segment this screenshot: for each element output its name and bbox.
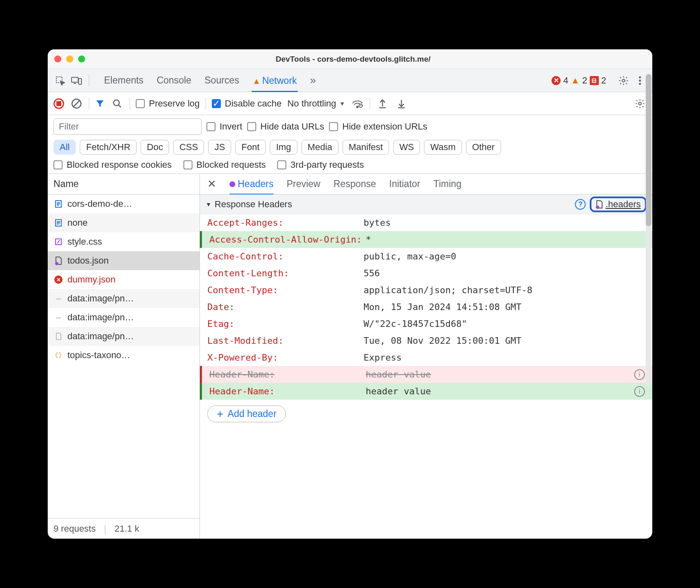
close-window[interactable]: [54, 56, 61, 63]
disable-cache-checkbox[interactable]: ✓Disable cache: [212, 98, 282, 109]
header-row[interactable]: Content-Length:556: [200, 265, 652, 282]
request-row[interactable]: topics-taxono…: [48, 346, 199, 365]
detail-tabs: ✕ Headers Preview Response Initiator Tim…: [200, 174, 652, 194]
scrollbar-thumb[interactable]: [646, 74, 651, 226]
response-headers-label: Response Headers: [215, 199, 292, 210]
header-row[interactable]: Content-Type:application/json; charset=U…: [200, 282, 652, 299]
kebab-menu-icon[interactable]: [633, 74, 647, 87]
request-row[interactable]: none: [48, 213, 199, 232]
window-titlebar: DevTools - cors-demo-devtools.glitch.me/: [48, 49, 652, 69]
request-row[interactable]: – data:image/pn…: [48, 289, 199, 308]
info-icon[interactable]: i: [634, 386, 645, 397]
request-row[interactable]: cors-demo-de…: [48, 194, 199, 213]
header-value: Express: [364, 352, 652, 363]
main-tabbar: Elements Console Sources ▲Network » ✕4 ▲…: [48, 69, 652, 92]
inspect-icon[interactable]: [53, 74, 67, 87]
throttling-dropdown[interactable]: No throttling ▼: [287, 98, 345, 109]
header-key: Accept-Ranges:: [207, 218, 364, 228]
header-row[interactable]: X-Powered-By:Express: [200, 349, 652, 366]
chip-manifest[interactable]: Manifest: [343, 140, 389, 155]
tab-response[interactable]: Response: [334, 178, 376, 190]
add-header-button[interactable]: +Add header: [207, 405, 286, 422]
issue-badges[interactable]: ✕4 ▲2 ⊟2: [552, 75, 606, 86]
header-row[interactable]: Cache-Control:public, max-age=0: [200, 248, 652, 265]
blocked-requests-checkbox[interactable]: Blocked requests: [183, 160, 266, 170]
chip-css[interactable]: CSS: [173, 140, 204, 155]
chip-ws[interactable]: WS: [393, 140, 420, 155]
tab-preview[interactable]: Preview: [287, 178, 320, 190]
blocked-cookies-checkbox[interactable]: Blocked response cookies: [53, 160, 172, 170]
import-har-icon[interactable]: [376, 97, 389, 110]
record-button[interactable]: [53, 98, 64, 109]
header-row[interactable]: Etag:W/"22c-18457c15d68": [200, 315, 652, 332]
detail-panel: ✕ Headers Preview Response Initiator Tim…: [200, 174, 652, 539]
preserve-log-checkbox[interactable]: Preserve log: [136, 98, 200, 109]
divider: [89, 97, 89, 110]
tab-timing[interactable]: Timing: [433, 178, 461, 190]
chip-other[interactable]: Other: [466, 140, 501, 155]
request-row[interactable]: – data:image/pn…: [48, 308, 199, 327]
header-row-override[interactable]: Access-Control-Allow-Origin:*: [200, 231, 652, 248]
filter-input[interactable]: [53, 118, 202, 135]
tab-initiator[interactable]: Initiator: [389, 178, 420, 190]
minimize-window[interactable]: [66, 56, 73, 63]
chip-img[interactable]: Img: [270, 140, 297, 155]
header-value: 556: [364, 268, 652, 278]
issue-badge-icon: ⊟: [590, 76, 599, 85]
chip-all[interactable]: All: [53, 140, 76, 155]
zoom-window[interactable]: [78, 56, 85, 63]
request-row[interactable]: ✕ dummy.json: [48, 270, 199, 289]
chip-js[interactable]: JS: [208, 140, 231, 155]
help-icon[interactable]: ?: [575, 199, 586, 210]
hide-extension-urls-checkbox[interactable]: Hide extension URLs: [329, 121, 427, 132]
hide-data-urls-checkbox[interactable]: Hide data URLs: [247, 121, 324, 132]
response-headers-section[interactable]: ▼ Response Headers ? .headers: [200, 194, 652, 214]
settings-icon[interactable]: [617, 74, 630, 87]
header-key: Etag:: [207, 319, 364, 329]
info-icon[interactable]: i: [634, 369, 645, 380]
svg-point-11: [639, 102, 642, 105]
request-row-selected[interactable]: todos.json: [48, 251, 199, 270]
chip-fetch-xhr[interactable]: Fetch/XHR: [80, 140, 137, 155]
headers-override-link[interactable]: .headers: [590, 197, 647, 212]
stylesheet-icon: [53, 237, 63, 247]
export-har-icon[interactable]: [395, 97, 408, 110]
more-tabs-icon[interactable]: »: [309, 73, 317, 88]
clear-icon[interactable]: [70, 97, 83, 110]
invert-checkbox[interactable]: Invert: [206, 121, 242, 132]
header-row[interactable]: Last-Modified:Tue, 08 Nov 2022 15:00:01 …: [200, 332, 652, 349]
chip-doc[interactable]: Doc: [141, 140, 169, 155]
filter-icon[interactable]: [95, 99, 105, 109]
header-key: X-Powered-By:: [207, 352, 364, 363]
network-conditions-icon[interactable]: [351, 97, 364, 110]
request-row[interactable]: style.css: [48, 232, 199, 251]
chip-font[interactable]: Font: [235, 140, 266, 155]
network-main: Name cors-demo-de… none style.css todos.…: [48, 174, 652, 539]
device-toggle-icon[interactable]: [70, 74, 83, 87]
third-party-checkbox[interactable]: 3rd-party requests: [277, 160, 364, 170]
search-icon[interactable]: [111, 97, 124, 110]
tab-sources[interactable]: Sources: [204, 74, 240, 87]
request-row[interactable]: data:image/pn…: [48, 327, 199, 346]
tab-console[interactable]: Console: [156, 74, 192, 87]
issue-count: 2: [601, 75, 606, 86]
tab-network[interactable]: ▲Network: [252, 74, 298, 92]
chip-wasm[interactable]: Wasm: [424, 140, 462, 155]
header-value: W/"22c-18457c15d68": [364, 319, 652, 329]
close-detail-icon[interactable]: ✕: [207, 178, 216, 190]
header-row[interactable]: Date:Mon, 15 Jan 2024 14:51:08 GMT: [200, 299, 652, 315]
tab-elements[interactable]: Elements: [103, 74, 144, 87]
header-row-removed[interactable]: Header-Name:header valuei: [200, 366, 652, 383]
hide-data-label: Hide data URLs: [260, 121, 324, 132]
image-icon: –: [53, 294, 63, 303]
request-name: data:image/pn…: [67, 293, 134, 304]
tab-headers[interactable]: Headers: [229, 178, 274, 195]
header-row-override[interactable]: Header-Name:header valuei: [200, 383, 652, 400]
name-column-header[interactable]: Name: [48, 174, 199, 194]
header-value: header value: [366, 386, 652, 396]
header-row[interactable]: Accept-Ranges:bytes: [200, 214, 652, 231]
chip-media[interactable]: Media: [301, 140, 338, 155]
header-key: Content-Length:: [207, 268, 364, 278]
override-dot-icon: [229, 181, 235, 187]
network-settings-icon[interactable]: [633, 97, 647, 110]
